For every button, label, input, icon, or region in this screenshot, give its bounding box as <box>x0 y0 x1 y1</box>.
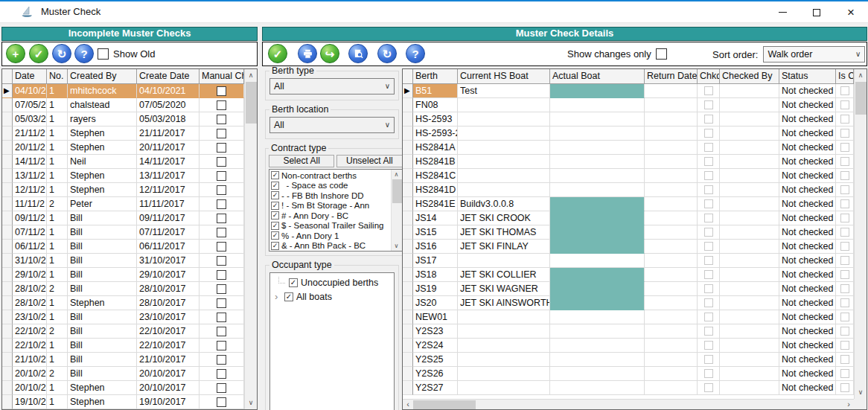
table-row[interactable]: Y2S24Not checked <box>403 339 867 353</box>
table-row[interactable]: JS16JET SKI FINLAYNot checked <box>403 240 867 254</box>
actual-boat-column-header[interactable]: Actual Boat <box>550 69 645 84</box>
contract-item-checkbox[interactable]: ✓ <box>271 191 279 199</box>
is-checked-checkbox[interactable] <box>840 256 849 265</box>
close-button[interactable]: × <box>834 1 868 23</box>
forward-button[interactable]: ↪ <box>320 44 339 63</box>
contract-type-item[interactable]: ✓- - FB Bth Inshore DD <box>271 190 390 201</box>
refresh-button[interactable]: ↻ <box>52 44 71 63</box>
contract-item-checkbox[interactable]: ✓ <box>271 231 279 240</box>
table-row[interactable]: FN08Not checked <box>403 98 867 112</box>
is-checked-checkbox[interactable] <box>840 242 849 251</box>
is-checked-checkbox[interactable] <box>840 143 849 152</box>
is-checked-checkbox[interactable] <box>840 185 849 194</box>
table-row[interactable]: JS20JET SKI AINSWORTHNot checked <box>403 296 867 310</box>
chkd-column-header[interactable]: Chkd <box>698 69 720 84</box>
manual-chk-checkbox[interactable] <box>217 270 226 280</box>
contract-type-item[interactable]: ✓& - Ann Bth Pack - BC <box>271 241 390 252</box>
table-row[interactable]: JS15JET SKI THOMASNot checked <box>403 225 867 240</box>
table-row[interactable]: 07/11/21Bill07/11/2017 <box>2 225 257 240</box>
is-checked-checkbox[interactable] <box>840 313 849 321</box>
manual-chk-checkbox[interactable] <box>217 143 226 153</box>
manual-chk-checkbox[interactable] <box>217 355 226 365</box>
chkd-checkbox[interactable] <box>704 298 713 307</box>
sort-order-select[interactable]: Walk order ∨ <box>763 46 865 63</box>
scrollbar-thumb[interactable] <box>246 82 257 124</box>
chkd-checkbox[interactable] <box>704 327 713 336</box>
unselect-all-button[interactable]: Unselect All <box>336 155 402 167</box>
print-preview-button[interactable] <box>348 44 368 63</box>
manual-chk-checkbox[interactable] <box>217 199 226 209</box>
manual-chk-checkbox[interactable] <box>217 129 226 138</box>
refresh-details-button[interactable]: ↻ <box>377 44 397 63</box>
manual-chk-checkbox[interactable] <box>217 298 226 308</box>
table-row[interactable]: 05/03/21rayers05/03/2018 <box>2 112 257 126</box>
occupant-item-checkbox[interactable]: ✓ <box>284 292 293 301</box>
is-checked-checkbox[interactable] <box>840 228 849 237</box>
manual-chk-checkbox[interactable] <box>217 185 226 195</box>
chkd-checkbox[interactable] <box>704 341 713 350</box>
current-hs-boat-column-header[interactable]: Current HS Boat <box>458 69 550 84</box>
table-row[interactable]: 28/10/21Stephen28/10/2017 <box>2 296 257 310</box>
is-checked-checkbox[interactable] <box>840 86 849 95</box>
chkd-checkbox[interactable] <box>704 171 713 180</box>
manual-chk-checkbox[interactable] <box>217 214 226 223</box>
manual-chk-checkbox[interactable] <box>217 100 226 110</box>
occupant-type-item[interactable]: ✓Unoccupied berths <box>270 275 394 289</box>
table-row[interactable]: Y2S23Not checked <box>403 324 867 339</box>
chkd-checkbox[interactable] <box>704 256 713 265</box>
chkd-checkbox[interactable] <box>704 383 713 392</box>
scroll-up-icon[interactable]: ∧ <box>245 69 257 82</box>
chkd-checkbox[interactable] <box>704 313 713 321</box>
details-grid-hscrollbar[interactable]: ‹ › <box>403 399 854 409</box>
is-checked-checkbox[interactable] <box>840 171 849 180</box>
contract-item-checkbox[interactable]: ✓ <box>271 242 279 250</box>
return-date-column-header[interactable]: Return Date <box>645 69 698 84</box>
confirm-button[interactable]: ✓ <box>29 44 48 63</box>
chkd-checkbox[interactable] <box>704 115 713 124</box>
is-checked-checkbox[interactable] <box>840 115 849 124</box>
contract-item-checkbox[interactable]: ✓ <box>271 222 279 230</box>
chkd-checkbox[interactable] <box>704 86 713 95</box>
chkd-checkbox[interactable] <box>704 129 713 138</box>
contract-item-checkbox[interactable]: ✓ <box>271 211 279 220</box>
chkd-checkbox[interactable] <box>704 284 713 293</box>
is-checked-checkbox[interactable] <box>840 298 849 307</box>
table-row[interactable]: Y2S26Not checked <box>403 367 867 381</box>
table-row[interactable]: 19/10/21Stephen19/10/2017 <box>2 395 257 409</box>
manual-chk-checkbox[interactable] <box>217 256 226 266</box>
table-row[interactable]: JS18JET SKI COLLIERNot checked <box>403 268 867 282</box>
chkd-checkbox[interactable] <box>704 143 713 152</box>
table-row[interactable]: 31/10/21Bill31/10/2017 <box>2 254 257 268</box>
table-row[interactable]: Y2S27Not checked <box>403 381 867 395</box>
manual-chk-checkbox[interactable] <box>217 171 226 181</box>
show-changes-checkbox[interactable] <box>656 48 667 60</box>
scroll-down-icon[interactable]: ∨ <box>855 386 867 399</box>
table-row[interactable]: ▶B51TestNot checked <box>403 84 867 98</box>
table-row[interactable]: 29/10/21Bill29/10/2017 <box>2 268 257 282</box>
chkd-checkbox[interactable] <box>704 242 713 251</box>
manual-chk-column-header[interactable]: Manual Chk <box>200 69 244 84</box>
is-checked-checkbox[interactable] <box>840 129 849 138</box>
table-row[interactable]: HS2841BNot checked <box>403 155 867 169</box>
table-row[interactable]: JS14JET SKI CROOKNot checked <box>403 211 867 225</box>
scrollbar-thumb[interactable] <box>413 400 476 409</box>
occupant-type-item[interactable]: ›✓All boats <box>270 289 394 304</box>
manual-chk-checkbox[interactable] <box>217 369 226 379</box>
table-row[interactable]: 12/11/21Stephen12/11/2017 <box>2 183 257 197</box>
table-row[interactable]: 23/10/21Bill23/10/2017 <box>2 310 257 324</box>
manual-chk-checkbox[interactable] <box>217 327 226 336</box>
table-row[interactable]: JS17Not checked <box>403 254 867 268</box>
scroll-up-icon[interactable]: ∧ <box>392 170 402 179</box>
manual-chk-checkbox[interactable] <box>217 86 226 96</box>
contract-item-checkbox[interactable]: ✓ <box>271 202 279 210</box>
table-row[interactable]: 07/05/21chalstead07/05/2020 <box>2 98 257 112</box>
is-checked-checkbox[interactable] <box>840 341 849 350</box>
table-row[interactable]: HS2841CNot checked <box>403 169 867 183</box>
manual-chk-checkbox[interactable] <box>217 397 226 407</box>
contract-type-item[interactable]: ✓( - FB Bth Pack - Multi PA 60 <box>271 251 390 252</box>
minimize-button[interactable] <box>765 1 800 23</box>
show-old-checkbox[interactable] <box>98 48 109 60</box>
table-row[interactable]: 09/11/21Bill09/11/2017 <box>2 211 257 225</box>
contract-type-item[interactable]: ✓# - Ann Dory - BC <box>271 211 390 221</box>
contract-type-item[interactable]: ✓$ - Seasonal Trailer Sailing <box>271 221 390 231</box>
